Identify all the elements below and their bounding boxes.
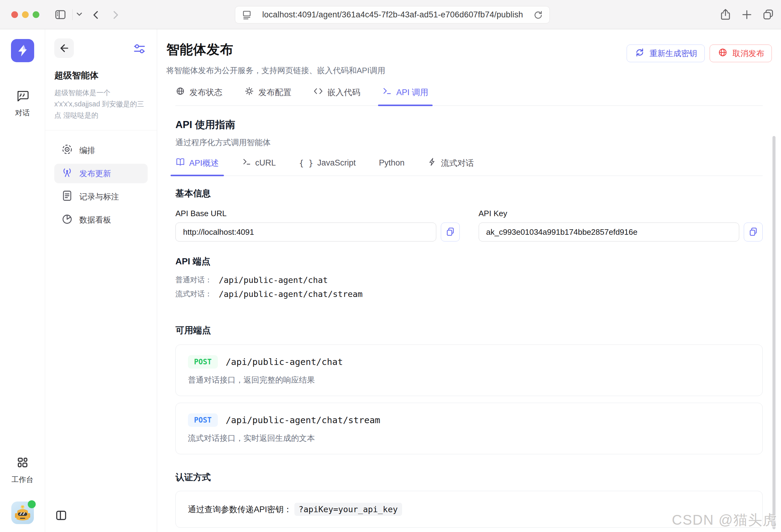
subtab-python[interactable]: Python [379, 157, 405, 176]
back-button[interactable] [54, 38, 74, 58]
tab-label: 嵌入代码 [327, 87, 360, 98]
tab-api-call[interactable]: API 调用 [382, 86, 428, 105]
refresh-icon [634, 47, 645, 60]
url-text[interactable]: localhost:4091/agent/361a4c45-7f2b-43af-… [253, 10, 532, 19]
unpublish-label: 取消发布 [733, 48, 764, 59]
tab-label: API 调用 [396, 87, 428, 98]
rail-item-workbench[interactable]: 工作台 [11, 456, 34, 484]
disc-icon [61, 143, 73, 158]
api-key-input[interactable] [479, 223, 740, 241]
tab-embed-code[interactable]: 嵌入代码 [313, 86, 360, 105]
auth-heading: 认证方式 [175, 471, 763, 484]
copy-icon [748, 226, 759, 238]
publish-tabs: 发布状态 发布配置 嵌入代码 [175, 86, 763, 106]
agent-settings-icon[interactable] [132, 42, 147, 57]
document-icon [61, 190, 73, 204]
copy-base-url-button[interactable] [441, 223, 460, 241]
sidebar-item-dashboard[interactable]: 数据看板 [54, 210, 148, 230]
chat-icon [15, 89, 30, 104]
reload-icon[interactable] [532, 9, 544, 21]
globe-icon [175, 86, 185, 98]
unpublish-button[interactable]: 取消发布 [710, 45, 772, 62]
subtab-label: cURL [255, 158, 276, 168]
sidebar-item-label: 记录与标注 [79, 191, 119, 202]
page-subtitle: 将智能体发布为公开服务，支持网页链接、嵌入代码和API调用 [166, 65, 385, 76]
api-guide-subtitle: 通过程序化方式调用智能体 [175, 137, 763, 148]
subtab-curl[interactable]: cURL [242, 157, 276, 176]
browser-chrome: localhost:4091/agent/361a4c45-7f2b-43af-… [0, 0, 781, 29]
subtab-api-overview[interactable]: API概述 [175, 157, 219, 176]
base-url-input[interactable] [175, 223, 436, 241]
pie-chart-icon [61, 213, 73, 227]
copy-api-key-button[interactable] [744, 223, 763, 241]
sidebar-item-label: 发布更新 [79, 168, 111, 179]
api-guide-subtabs: API概述 cURL { } JavaScript Python [175, 157, 763, 176]
agent-name: 超级智能体 [54, 70, 148, 82]
page-title: 智能体发布 [166, 41, 385, 58]
tab-publish-status[interactable]: 发布状态 [175, 86, 222, 105]
endpoint-row-path: /api/public-agent/chat [219, 275, 328, 285]
base-url-label: API Base URL [175, 209, 460, 218]
online-status-dot [28, 500, 36, 508]
endpoint-row-label: 流式对话： [175, 289, 212, 299]
endpoint-row: 普通对话： /api/public-agent/chat [175, 275, 763, 285]
gear-icon [244, 86, 254, 98]
basic-info-heading: 基本信息 [175, 187, 763, 200]
rail-item-workbench-label: 工作台 [11, 475, 34, 484]
code-icon [313, 86, 323, 98]
tab-overview-icon[interactable] [762, 8, 775, 21]
terminal-icon [382, 86, 392, 98]
window-controls [11, 11, 39, 18]
auth-code: ?apiKey=your_api_key [294, 503, 402, 516]
subtab-label: API概述 [189, 158, 219, 169]
browser-sidebar-toggle-icon[interactable] [54, 8, 67, 21]
user-avatar[interactable] [11, 501, 34, 524]
back-icon[interactable] [90, 9, 102, 21]
sidebar-item-orchestrate[interactable]: 编排 [54, 140, 148, 160]
page-settings-icon[interactable] [241, 9, 253, 21]
app-logo[interactable] [11, 39, 34, 62]
chevron-down-icon[interactable] [75, 11, 84, 18]
share-icon[interactable] [719, 8, 732, 21]
tab-publish-config[interactable]: 发布配置 [244, 86, 291, 105]
regenerate-key-button[interactable]: 重新生成密钥 [627, 45, 705, 62]
new-tab-icon[interactable] [740, 8, 753, 21]
subtab-javascript[interactable]: { } JavaScript [299, 157, 356, 176]
minimize-window-button[interactable] [22, 11, 29, 18]
rail-item-chat[interactable]: 对话 [15, 89, 30, 118]
close-window-button[interactable] [11, 11, 18, 18]
api-endpoints-heading: API 端点 [175, 256, 763, 268]
endpoint-card-stream: POST /api/public-agent/chat/stream 流式对话接… [175, 403, 763, 454]
workbench-grid-icon [15, 456, 30, 471]
rail-item-chat-label: 对话 [15, 108, 30, 118]
forward-icon[interactable] [110, 9, 121, 21]
endpoint-path: /api/public-agent/chat/stream [226, 415, 380, 425]
globe-off-icon [717, 47, 728, 60]
endpoint-row: 流式对话： /api/public-agent/chat/stream [175, 289, 763, 299]
api-key-label: API Key [479, 209, 763, 218]
endpoint-path: /api/public-agent/chat [226, 357, 343, 367]
main-scrollbar[interactable] [773, 136, 776, 529]
book-icon [175, 157, 185, 169]
available-endpoints-heading: 可用端点 [175, 324, 763, 337]
copy-icon [445, 226, 456, 238]
chrome-divider [72, 9, 73, 20]
method-badge: POST [188, 355, 218, 368]
sidebar-item-logs[interactable]: 记录与标注 [54, 187, 148, 207]
sidebar-divider [45, 130, 157, 131]
agent-description: 超级智能体是一个 x'x'x'x,sdajjsad 到安徽是的三点 湿哒哒是的 [54, 87, 148, 121]
terminal-icon [242, 157, 251, 169]
collapse-sidebar-icon[interactable] [54, 509, 68, 524]
main-panel: 智能体发布 将智能体发布为公开服务，支持网页链接、嵌入代码和API调用 重新生成… [157, 29, 781, 532]
zoom-window-button[interactable] [33, 11, 39, 18]
page-header: 智能体发布 将智能体发布为公开服务，支持网页链接、嵌入代码和API调用 重新生成… [157, 29, 781, 76]
endpoint-description: 普通对话接口，返回完整的响应结果 [188, 375, 750, 385]
subtab-stream-chat[interactable]: 流式对话 [428, 157, 474, 176]
sidebar-item-publish[interactable]: 发布更新 [54, 164, 148, 183]
tab-label: 发布状态 [190, 87, 222, 98]
app-rail: 对话 工作台 [0, 29, 45, 532]
api-guide-section: API 使用指南 通过程序化方式调用智能体 API概述 [157, 106, 781, 532]
endpoint-row-label: 普通对话： [175, 275, 212, 285]
address-bar[interactable]: localhost:4091/agent/361a4c45-7f2b-43af-… [235, 6, 550, 24]
subtab-label: Python [379, 158, 405, 168]
